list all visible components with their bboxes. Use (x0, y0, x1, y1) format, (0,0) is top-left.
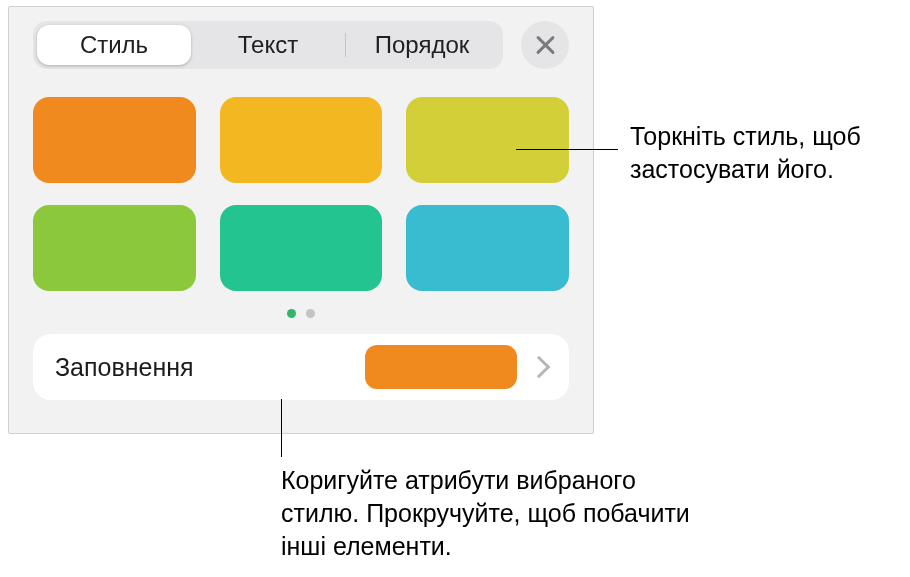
tab-text[interactable]: Текст (191, 25, 345, 65)
fill-current-swatch (365, 345, 517, 389)
tab-style[interactable]: Стиль (37, 25, 191, 65)
tab-order[interactable]: Порядок (345, 25, 499, 65)
style-swatch[interactable] (220, 205, 383, 291)
page-dot (306, 309, 315, 318)
callout-top: Торкніть стиль, щоб застосувати його. (630, 120, 900, 186)
style-swatch[interactable] (33, 205, 196, 291)
callout-line (281, 399, 282, 457)
style-swatch[interactable] (406, 97, 569, 183)
tab-bar: Стиль Текст Порядок (33, 21, 503, 69)
style-swatch[interactable] (406, 205, 569, 291)
page-indicator[interactable] (33, 309, 569, 318)
close-button[interactable] (521, 21, 569, 69)
callout-line (516, 149, 618, 150)
fill-row[interactable]: Заповнення (33, 334, 569, 400)
panel-header: Стиль Текст Порядок (33, 21, 569, 69)
callout-bottom: Коригуйте атрибути вибраного стилю. Прок… (281, 464, 691, 563)
page-dot (287, 309, 296, 318)
style-swatch[interactable] (220, 97, 383, 183)
fill-label: Заповнення (55, 353, 365, 382)
close-icon (533, 33, 557, 57)
style-panel: Стиль Текст Порядок Заповнення (8, 6, 594, 434)
style-swatch[interactable] (33, 97, 196, 183)
chevron-right-icon (528, 356, 551, 379)
style-swatch-grid (33, 97, 569, 291)
